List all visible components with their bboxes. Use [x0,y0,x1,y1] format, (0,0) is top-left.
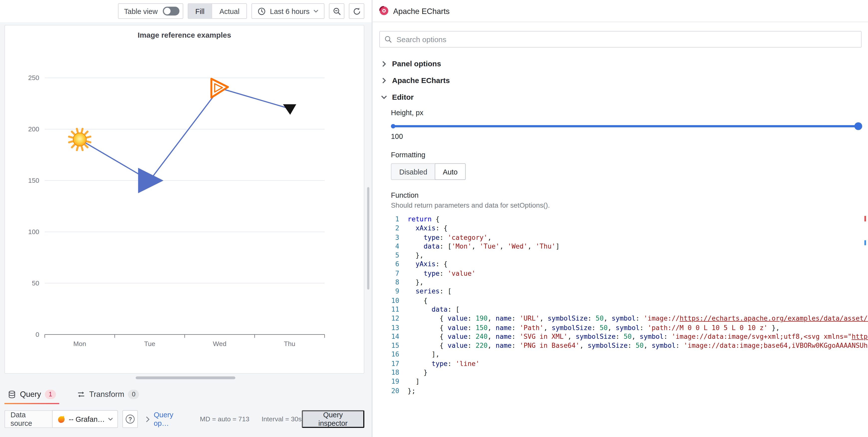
slider-track[interactable] [391,125,862,127]
formatting-option-auto[interactable]: Auto [434,163,466,180]
line-number: 6 [391,260,408,269]
code-line[interactable]: 6 yAxis: { [391,260,868,269]
height-value: 100 [391,132,862,141]
refresh-button[interactable] [349,3,364,19]
line-number: 12 [391,314,408,323]
section-editor[interactable]: Editor [373,89,868,105]
data-source-label: Data source [4,410,52,428]
search-options-input[interactable] [379,31,862,48]
code-editor[interactable]: 1return {2 xAxis: {3 type: 'category',4 … [391,215,868,437]
chevron-down-icon [313,9,318,13]
tab-query[interactable]: Query 1 [4,384,59,404]
tab-transform-label: Transform [89,389,124,399]
slider-handle[interactable] [855,122,862,130]
grafana-panel-editor: Table view Fill Actual Last 6 hours Imag… [0,0,868,437]
code-line[interactable]: 10 { [391,296,868,305]
svg-text:Thu: Thu [284,340,296,347]
svg-text:Mon: Mon [73,340,86,347]
tab-query-label: Query [20,389,41,399]
horizontal-scrollbar[interactable] [136,376,236,379]
query-editor-bar: Data source -- Grafan… ? Query op… MD = … [4,409,364,429]
code-line[interactable]: 12 { value: 190, name: 'URL', symbolSize… [391,314,868,323]
table-view-label: Table view [124,7,158,15]
code-line[interactable]: 17 type: 'line' [391,359,868,368]
function-label: Function [391,191,862,199]
apache-echarts-logo-icon [379,6,389,15]
code-line[interactable]: 4 data: ['Mon', 'Tue', 'Wed', 'Thu'] [391,242,868,251]
left-pane: Table view Fill Actual Last 6 hours Imag… [0,0,372,437]
line-number: 18 [391,368,408,377]
panel-editor-toolbar: Table view Fill Actual Last 6 hours [0,0,372,22]
vertical-scrollbar[interactable] [367,187,369,290]
line-number: 11 [391,305,408,314]
slider-start-dot [391,124,396,128]
time-range-picker[interactable]: Last 6 hours [252,3,324,19]
svg-text:Tue: Tue [144,340,155,347]
data-source-value: -- Grafan… [69,415,105,423]
overview-ruler-mark [865,240,866,245]
code-line[interactable]: 1return { [391,215,868,224]
table-view-toggle-group[interactable]: Table view [118,3,183,19]
height-slider[interactable] [391,122,862,130]
editor-section-body: Height, px 100 Formatting Disabled Auto … [373,105,868,437]
table-view-switch[interactable] [162,7,179,16]
refresh-icon [352,7,361,15]
query-inspector-button[interactable]: Query inspector [302,410,365,428]
options-search [379,31,862,48]
chevron-down-icon [381,94,387,100]
footer-tabs: Query 1 Transform 0 [4,384,143,404]
formatting-option-disabled[interactable]: Disabled [392,164,435,179]
data-source-help-button[interactable]: ? [122,410,138,428]
section-panel-options[interactable]: Panel options [373,55,868,72]
line-number: 13 [391,323,408,332]
code-lines[interactable]: 1return {2 xAxis: {3 type: 'category',4 … [391,215,868,395]
code-line[interactable]: 7 type: 'value' [391,269,868,278]
line-number: 16 [391,350,408,359]
transform-count-badge: 0 [128,389,139,399]
chart-canvas[interactable]: 050100150200250MonTueWedThu [5,25,364,373]
data-source-picker[interactable]: -- Grafan… [52,410,118,428]
function-description: Should return parameters and data for se… [391,201,862,209]
code-line[interactable]: 11 data: [ [391,305,868,314]
code-line[interactable]: 18 } [391,368,868,377]
code-line[interactable]: 20}; [391,386,868,395]
chevron-right-icon [381,61,387,67]
display-mode-fill[interactable]: Fill [188,4,212,19]
zoom-out-button[interactable] [329,3,344,19]
line-number: 15 [391,341,408,350]
code-line[interactable]: 14 { value: 240, name: 'SVG in XML', sym… [391,332,868,341]
formatting-radio-group: Disabled Auto [391,163,466,180]
line-number: 20 [391,386,408,395]
transform-icon [77,390,85,398]
code-line[interactable]: 19 ] [391,377,868,386]
formatting-label: Formatting [391,151,862,159]
display-mode-group: Fill Actual [187,3,247,19]
svg-text:200: 200 [28,125,39,133]
plugin-title: Apache ECharts [393,6,450,15]
svg-text:250: 250 [28,74,39,82]
code-line[interactable]: 2 xAxis: { [391,224,868,233]
line-number: 8 [391,278,408,287]
interval-info: Interval = 30s [261,415,302,423]
grafana-logo-icon [57,415,65,423]
svg-text:100: 100 [28,228,39,236]
tab-transform[interactable]: Transform 0 [74,384,143,404]
display-mode-actual[interactable]: Actual [212,4,247,19]
code-line[interactable]: 15 { value: 220, name: 'PNG in Base64', … [391,341,868,350]
svg-text:Wed: Wed [213,340,226,347]
code-line[interactable]: 13 { value: 150, name: 'Path', symbolSiz… [391,323,868,332]
query-count-badge: 1 [45,389,56,399]
line-number: 3 [391,233,408,242]
code-line[interactable]: 16 ], [391,350,868,359]
section-apache-echarts[interactable]: Apache ECharts [373,72,868,89]
section-label: Apache ECharts [392,76,450,84]
line-number: 7 [391,269,408,278]
line-number: 19 [391,377,408,386]
code-line[interactable]: 3 type: 'category', [391,233,868,242]
query-options-toggle[interactable]: Query op… [146,411,187,428]
echarts-line-chart[interactable]: 050100150200250MonTueWedThu [5,25,364,373]
code-line[interactable]: 5 }, [391,251,868,260]
code-line[interactable]: 9 series: [ [391,287,868,296]
scale-wrapper: Table view Fill Actual Last 6 hours Imag… [0,0,868,437]
code-line[interactable]: 8 }, [391,278,868,287]
